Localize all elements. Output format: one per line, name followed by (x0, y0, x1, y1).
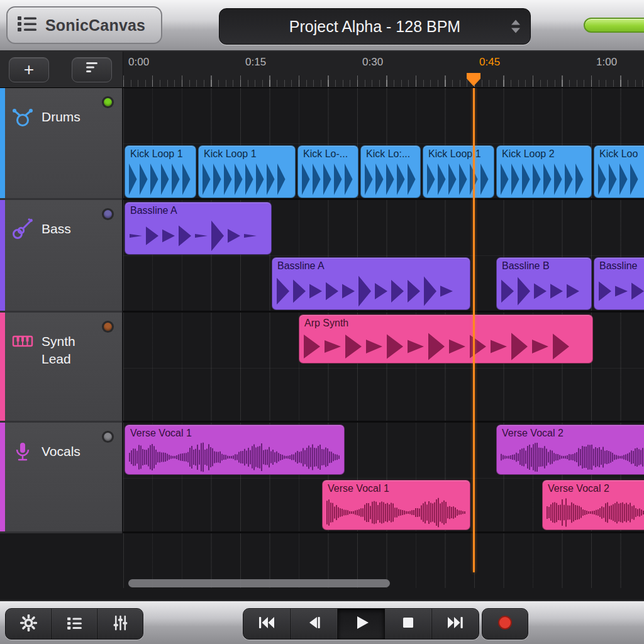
lane-divider (123, 368, 644, 369)
clip-label: Bassline A (130, 205, 177, 216)
audio-clip[interactable]: Kick Loop 2 (496, 145, 592, 198)
skip-to-start-button[interactable] (243, 609, 291, 639)
waveform (597, 162, 644, 196)
clip-label: Bassline A (277, 260, 325, 272)
track-status-dot[interactable] (104, 98, 112, 106)
mixer-button[interactable] (97, 609, 143, 639)
clip-label: Verse Vocal 1 (130, 428, 192, 439)
stepper-arrows-icon (511, 20, 520, 33)
app-window: Kick Loop 1Kick Loop 1Kick Lo-...Kick Lo… (0, 0, 644, 644)
add-track-button[interactable]: + (9, 57, 49, 82)
clip-label: Kick Loop 1 (130, 148, 183, 160)
clip-label: Kick Loop 1 (204, 148, 257, 160)
stop-button[interactable] (385, 609, 432, 639)
lane-divider (123, 478, 644, 479)
ruler-time-label: 0:30 (362, 56, 383, 69)
audio-clip[interactable]: Kick Lo-... (297, 145, 358, 198)
waveform (128, 441, 341, 473)
audio-clip[interactable]: Verse Vocal 2 (542, 480, 644, 530)
ruler-time-label: 0:15 (245, 56, 266, 69)
transport-controls (243, 608, 479, 640)
ruler-major-ticks (123, 75, 644, 87)
step-back-icon (304, 615, 323, 633)
record-button[interactable] (482, 609, 528, 639)
track-color-stripe (0, 313, 5, 421)
track-tools: + (0, 52, 123, 88)
audio-clip[interactable]: Verse Vocal 1 (322, 480, 470, 530)
track-color-stripe (0, 200, 5, 311)
clip-label: Verse Vocal 1 (328, 483, 389, 494)
audio-clip[interactable]: Bassline B (496, 257, 592, 310)
clip-label: Kick Lo:... (366, 148, 410, 160)
track-name: Bass (42, 220, 99, 238)
tracks-view-button[interactable] (52, 609, 97, 639)
track-header-synth-lead[interactable]: Synth Lead (0, 313, 122, 423)
track-header-bass[interactable]: Bass (0, 200, 122, 313)
waveform (128, 162, 192, 196)
audio-clip[interactable]: Verse Vocal 1 (125, 425, 345, 475)
skip-start-icon (257, 615, 276, 633)
audio-clip[interactable]: Verse Vocal 2 (496, 425, 644, 475)
track-status-dot[interactable] (104, 433, 112, 441)
track-status-dot[interactable] (104, 323, 112, 331)
audio-clip[interactable]: Bassline A (272, 257, 470, 310)
waveform (426, 162, 491, 196)
audio-clip[interactable]: Kick Loop 1 (423, 145, 494, 198)
mic-icon (10, 439, 35, 464)
master-volume-slider[interactable] (584, 18, 644, 33)
track-name: Synth Lead (42, 333, 99, 369)
audio-clip[interactable]: Bassline A (125, 202, 272, 255)
audio-clip[interactable]: Kick Loop 1 (198, 145, 296, 198)
project-selector[interactable]: Project Alpha - 128 BPM (219, 8, 531, 45)
clip-label: Arp Synth (304, 318, 348, 329)
track-color-stripe (0, 423, 5, 531)
playhead-marker[interactable] (467, 73, 480, 89)
waveform (128, 219, 268, 253)
keys-icon (10, 329, 35, 354)
clip-label: Kick Loop 2 (502, 148, 555, 160)
ruler-time-label: 1:00 (596, 56, 617, 69)
lane-divider (123, 143, 644, 144)
sort-icon (84, 58, 100, 81)
app-menu-button[interactable]: SonicCanvas (6, 6, 162, 44)
track-status-dot[interactable] (104, 210, 112, 218)
waveform (500, 441, 644, 473)
waveform (500, 274, 588, 308)
track-name: Drums (42, 108, 99, 126)
drums-icon (10, 104, 35, 130)
audio-clip[interactable]: Bassline (594, 257, 644, 310)
waveform (301, 162, 355, 196)
track-color-stripe (0, 88, 5, 198)
app-title: SonicCanvas (45, 16, 145, 35)
play-button[interactable] (338, 609, 385, 639)
tracks-view-icon (66, 614, 83, 634)
mixer-icon (112, 614, 129, 634)
clip-label: Verse Vocal 2 (502, 428, 564, 439)
audio-clip[interactable]: Kick Loo (594, 145, 644, 198)
playhead-line[interactable] (473, 83, 475, 572)
audio-clip[interactable]: Arp Synth (299, 314, 593, 364)
ruler-time-label: 0:45 (479, 56, 500, 69)
lane-divider (123, 255, 644, 256)
track-header-vocals[interactable]: Vocals (0, 423, 122, 533)
track-header-drums[interactable]: Drums (0, 88, 122, 200)
waveform (303, 331, 589, 362)
top-toolbar: SonicCanvas Project Alpha - 128 BPM (0, 0, 644, 52)
step-back-button[interactable] (291, 609, 338, 639)
audio-clip[interactable]: Kick Lo:... (360, 145, 421, 198)
horizontal-scrollbar[interactable] (128, 579, 390, 587)
ruler-time-label: 0:00 (128, 56, 149, 69)
list-icon (16, 14, 38, 36)
play-icon (352, 615, 370, 633)
waveform (326, 497, 467, 528)
skip-to-end-button[interactable] (432, 609, 479, 639)
settings-button[interactable] (6, 609, 52, 639)
view-buttons (5, 608, 143, 640)
track-sort-button[interactable] (72, 57, 112, 82)
record-group (482, 608, 528, 640)
clip-label: Bassline (599, 260, 637, 272)
clip-label: Kick Lo-... (303, 148, 348, 160)
audio-clip[interactable]: Kick Loop 1 (125, 145, 196, 198)
clip-label: Bassline B (502, 260, 550, 272)
project-title: Project Alpha - 128 BPM (289, 18, 460, 36)
